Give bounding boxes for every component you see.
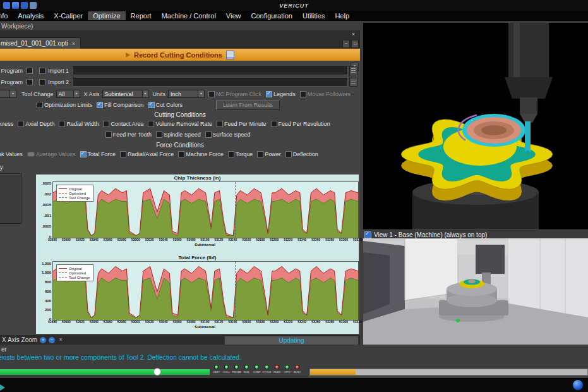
checkbox-total-force[interactable]: Total Force xyxy=(80,151,116,157)
panel-close-icon[interactable]: × xyxy=(352,31,355,37)
window-app-icon[interactable] xyxy=(30,2,37,9)
checkbox-optimization-limits[interactable]: Optimization Limits xyxy=(37,102,92,108)
checkbox-box[interactable] xyxy=(271,121,277,127)
checkbox-mouse-followers[interactable]: Mouse Followers xyxy=(300,91,351,97)
window-app-icon[interactable] xyxy=(3,2,10,9)
checkbox-box[interactable] xyxy=(148,121,154,127)
checkbox-box[interactable] xyxy=(59,121,65,127)
tab-close-icon[interactable]: × xyxy=(72,40,75,47)
import1-field[interactable] xyxy=(73,66,348,75)
record-cutting-conditions-header[interactable]: Record Cutting Conditions xyxy=(0,49,360,61)
zoom-close-icon[interactable]: × xyxy=(57,337,64,343)
plot-area[interactable]: OriginalOptimizedTool Change xyxy=(52,181,359,238)
machine-3d-viewport[interactable] xyxy=(363,238,588,345)
checkbox-chip-thickness[interactable]: Chip Thickness xyxy=(0,121,13,127)
checkbox-box[interactable] xyxy=(266,91,272,97)
checkbox-box[interactable] xyxy=(80,151,87,157)
view-visibility-checkbox[interactable] xyxy=(364,231,371,238)
x-tick-label: 53260 xyxy=(309,320,323,324)
checkbox-feed-per-revolution[interactable]: Feed Per Revolution xyxy=(271,121,330,127)
checkbox-peak-values[interactable]: Peak Values xyxy=(0,151,23,157)
maximize-icon[interactable]: □ xyxy=(351,40,359,48)
play-triangle-icon[interactable] xyxy=(0,384,5,391)
units-combo[interactable]: Inch ▾ xyxy=(168,90,205,98)
checkbox-feed-per-tooth[interactable]: Feed Per Tooth xyxy=(105,132,152,138)
menu-item-optimize[interactable]: Optimize xyxy=(88,11,125,20)
vericut-orb-icon[interactable] xyxy=(573,380,583,390)
window-app-icon[interactable] xyxy=(21,2,28,9)
zoom-out-icon[interactable]: − xyxy=(49,337,55,343)
program-checkbox[interactable] xyxy=(27,79,33,85)
file-list-icon[interactable] xyxy=(349,78,357,87)
simulation-progress-slider[interactable] xyxy=(0,369,210,375)
checkbox-contact-area[interactable]: Contact Area xyxy=(103,121,143,127)
checkbox-surface-speed[interactable]: Surface Speed xyxy=(205,132,251,138)
minimize-icon[interactable]: − xyxy=(342,40,350,48)
import2-checkbox[interactable] xyxy=(39,79,45,85)
checkbox-box[interactable] xyxy=(257,151,263,157)
view1-title-bar[interactable]: View 1 - Base (Machine) (always on top) xyxy=(363,230,588,239)
chip-thickness-chart[interactable]: Chip Thickness (in) .0025.002.0015.001.0… xyxy=(36,175,359,252)
import2-label: Import 2 xyxy=(48,79,69,85)
checkbox-radial-width[interactable]: Radial Width xyxy=(59,121,99,127)
checkbox-box[interactable] xyxy=(178,151,184,157)
checkbox-box[interactable] xyxy=(300,91,306,97)
menu-item-help[interactable]: Help xyxy=(330,11,354,20)
checkbox-cut-colors[interactable]: Cut Colors xyxy=(148,102,183,108)
checkbox-box[interactable] xyxy=(156,132,162,138)
checkbox-box[interactable] xyxy=(217,121,223,127)
slider-handle[interactable] xyxy=(153,368,161,376)
checkbox-radial-axial-force[interactable]: Radial/Axial Force xyxy=(120,151,174,157)
checkbox-box[interactable] xyxy=(228,151,234,157)
checkbox-feed-per-minute[interactable]: Feed Per Minute xyxy=(217,121,267,127)
file-list-icon[interactable] xyxy=(349,66,357,75)
import2-field[interactable] xyxy=(73,78,348,87)
checkbox-box[interactable] xyxy=(18,121,24,127)
menu-item-machine-control[interactable]: Machine / Control xyxy=(157,11,221,20)
checkbox-box[interactable] xyxy=(105,132,112,138)
checkbox-box[interactable] xyxy=(208,91,215,97)
checkbox-average-values[interactable]: Average Values xyxy=(27,151,76,157)
checkbox-box[interactable] xyxy=(148,102,155,108)
import1-checkbox[interactable] xyxy=(39,68,45,74)
checkbox-volume-removal-rate[interactable]: Volume Removal Rate xyxy=(148,121,212,127)
checkbox-box[interactable] xyxy=(37,102,43,108)
checkbox-torque[interactable]: Torque xyxy=(228,151,253,157)
checkbox-spindle-speed[interactable]: Spindle Speed xyxy=(156,132,201,138)
menu-item-info[interactable]: Info xyxy=(0,11,13,20)
menu-item-utilities[interactable]: Utilities xyxy=(297,11,330,20)
menu-item-report[interactable]: Report xyxy=(126,11,157,20)
checkbox-box[interactable] xyxy=(120,151,126,157)
menu-item-view[interactable]: View xyxy=(221,11,246,20)
index-combo[interactable]: 1 ▾ xyxy=(0,90,16,98)
menu-item-x-caliper[interactable]: X-Caliper xyxy=(49,11,88,20)
menu-item-analysis[interactable]: Analysis xyxy=(13,11,49,20)
checkbox-deflection[interactable]: Deflection xyxy=(285,151,318,157)
checkbox-power[interactable]: Power xyxy=(257,151,281,157)
program-checkbox[interactable] xyxy=(27,68,33,74)
tool-change-combo[interactable]: All ▾ xyxy=(56,90,80,98)
x-axis-combo[interactable]: Subinterval ▾ xyxy=(102,90,149,98)
checkbox-fill-comparison[interactable]: Fill Comparison xyxy=(97,102,144,108)
window-app-icon[interactable] xyxy=(12,2,19,9)
menu-item-configuration[interactable]: Configuration xyxy=(246,11,297,20)
light-dot-icon xyxy=(244,365,249,369)
checkbox-box[interactable] xyxy=(205,132,212,138)
chart-legend: OriginalOptimizedTool Change xyxy=(56,185,93,202)
learn-from-results-button[interactable]: Learn From Results xyxy=(216,101,280,110)
total-force-chart[interactable]: Total Force (lbf) 1,2001,000800600400200… xyxy=(36,254,359,334)
plot-area[interactable]: OriginalOptimizedTool Change xyxy=(52,261,359,321)
checkbox-box[interactable] xyxy=(103,121,109,127)
zoom-in-icon[interactable]: + xyxy=(40,337,46,343)
checkbox-label: Feed Per Revolution xyxy=(279,121,330,127)
toggle-icon[interactable] xyxy=(27,152,35,157)
opti-file-tab[interactable]: mised_01_001_001.opti × xyxy=(0,37,81,49)
checkbox-machine-force[interactable]: Machine Force xyxy=(178,151,224,157)
clipboard-icon[interactable] xyxy=(226,51,234,59)
checkbox-box[interactable] xyxy=(97,102,103,108)
checkbox-legends[interactable]: Legends xyxy=(266,91,296,97)
checkbox-axial-depth[interactable]: Axial Depth xyxy=(18,121,54,127)
view1-3d-viewport[interactable] xyxy=(363,23,588,230)
checkbox-box[interactable] xyxy=(285,151,292,157)
checkbox-nc-program-click[interactable]: NC Program Click xyxy=(208,91,261,97)
